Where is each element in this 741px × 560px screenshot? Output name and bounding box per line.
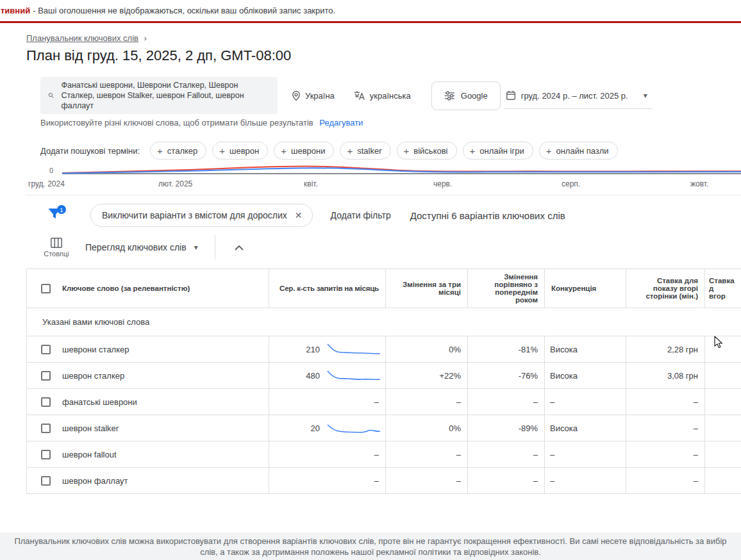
filter-bar: 1 Виключити варіанти з вмістом для дорос…	[26, 204, 741, 227]
top-bid-low-value: –	[626, 389, 704, 415]
column-header-three-month-change[interactable]: Змінення за три місяці	[385, 269, 467, 308]
three-month-change-value: 0%	[385, 415, 467, 441]
row-checkbox[interactable]	[41, 476, 51, 486]
date-range-picker[interactable]: груд. 2024 р. – лист. 2025 р. ▾	[504, 82, 653, 109]
chart-y-tick: 0	[49, 167, 53, 174]
calendar-icon	[506, 90, 516, 101]
yoy-change-value: -81%	[467, 336, 544, 362]
column-header-keyword[interactable]: Ключове слово (за релевантністю)	[27, 269, 269, 308]
columns-label: Стовпці	[44, 250, 69, 258]
three-month-change-value: 0%	[385, 336, 467, 362]
table-row: шеврони сталкер 210 0% -81% Висока 2,28 …	[27, 336, 741, 363]
translate-icon	[354, 90, 365, 101]
breadcrumb-link-keyword-planner[interactable]: Планувальник ключових слів	[26, 33, 138, 43]
row-checkbox[interactable]	[41, 371, 51, 381]
yoy-change-value: -89%	[467, 415, 544, 441]
trend-sparkline	[326, 420, 381, 436]
close-icon[interactable]: ✕	[295, 210, 303, 220]
keywords-input[interactable]: Фанатські шеврони, Шеврони Сталкер, Шевр…	[40, 77, 278, 114]
keywords-hint-row: Використовуйте різні ключові слова, щоб …	[40, 118, 741, 128]
banner-divider	[0, 21, 741, 23]
filter-count-badge: 1	[57, 205, 66, 214]
avg-searches-value: 20	[311, 424, 320, 433]
language-label: українська	[370, 91, 411, 101]
view-selector-label: Перегляд ключових слів	[85, 242, 187, 252]
keyword-text: шеврон фаллаут	[62, 476, 128, 486]
trend-chart-lines	[62, 153, 741, 176]
location-label: Україна	[305, 91, 335, 101]
keyword-text: шеврон stalker	[62, 424, 119, 433]
chart-x-label: груд. 2024	[28, 179, 65, 188]
view-selector-dropdown[interactable]: Перегляд ключових слів ▾	[85, 242, 198, 252]
select-all-checkbox[interactable]	[41, 284, 51, 293]
row-checkbox[interactable]	[41, 397, 51, 407]
row-checkbox[interactable]	[41, 345, 51, 354]
column-header-top-bid-low[interactable]: Ставка для показу вгорі сторінки (мін.)	[626, 269, 704, 308]
top-bid-low-value: 2,28 грн	[626, 336, 704, 362]
competition-value: Висока	[544, 415, 626, 441]
breadcrumb-separator: ›	[144, 33, 147, 43]
chart-x-axis: груд. 2024 лют. 2025 квіт. черв. серп. ж…	[26, 179, 741, 189]
table-row: фанатські шеврони – – – – –	[27, 389, 741, 415]
network-setting[interactable]: Google	[431, 81, 501, 110]
network-label: Google	[461, 91, 488, 101]
language-setting[interactable]: українська	[354, 90, 411, 101]
keyword-text: шеврони сталкер	[62, 345, 129, 354]
top-bid-high-value	[704, 441, 741, 467]
location-pin-icon	[292, 90, 301, 101]
column-header-top-bid-high[interactable]: Ставка д вгор	[704, 269, 741, 308]
location-setting[interactable]: Україна	[292, 90, 335, 101]
table-header-row: Ключове слово (за релевантністю) Сер. к-…	[27, 269, 741, 308]
page-title: План від груд. 15, 2025, 2 дп, GMT-08:00	[26, 47, 741, 64]
date-range-label: груд. 2024 р. – лист. 2025 р.	[521, 91, 628, 101]
table-row: шеврон фаллаут – – – – –	[27, 468, 741, 494]
columns-icon	[51, 238, 62, 248]
trend-sparkline	[326, 368, 381, 383]
column-header-yoy-change[interactable]: Змінення порівняно з попереднім роком	[467, 269, 544, 308]
top-bid-low-value: –	[626, 415, 704, 441]
keyword-text: шеврон fallout	[62, 450, 117, 459]
keyword-text: фанатські шеврони	[62, 397, 137, 407]
plan-settings-bar: Фанатські шеврони, Шеврони Сталкер, Шевр…	[26, 77, 741, 114]
competition-value: –	[544, 389, 626, 415]
top-bid-high-value	[704, 389, 741, 415]
keywords-hint: Використовуйте різні ключові слова, щоб …	[40, 118, 313, 128]
edit-keywords-link[interactable]: Редагувати	[319, 118, 363, 128]
column-header-avg-searches[interactable]: Сер. к-сть запитів на місяць	[269, 269, 385, 308]
competition-value: –	[544, 468, 626, 493]
three-month-change-value: –	[385, 468, 467, 493]
account-status-fragment: тивний	[1, 6, 30, 15]
chart-x-label: лют. 2025	[158, 179, 192, 188]
active-filter-chip[interactable]: Виключити варіанти з вмістом для доросли…	[90, 204, 313, 227]
disclaimer-line-2: слів, а також за дотримання положень наш…	[0, 547, 741, 557]
competition-value: Висока	[544, 336, 626, 362]
breadcrumb: Планувальник ключових слів ›	[26, 33, 741, 43]
avg-searches-value: –	[269, 389, 385, 415]
yoy-change-value: –	[467, 441, 544, 467]
top-bid-high-value	[704, 415, 741, 441]
column-header-competition[interactable]: Конкуренція	[544, 269, 626, 308]
chart-x-label: жовт.	[690, 179, 708, 188]
columns-button[interactable]: Стовпці	[39, 238, 74, 258]
collapse-chart-button[interactable]	[232, 242, 246, 253]
row-checkbox[interactable]	[41, 424, 51, 433]
top-bid-high-value	[704, 363, 741, 388]
avg-searches-value: 480	[306, 371, 320, 381]
top-bid-high-value	[704, 336, 741, 362]
disclaimer-footer: Планувальник ключових слів можна викорис…	[0, 532, 741, 560]
row-checkbox[interactable]	[41, 450, 51, 459]
add-filter-button[interactable]: Додати фільтр	[331, 210, 391, 220]
top-bid-low-value: –	[626, 468, 704, 493]
vertical-divider	[215, 235, 215, 259]
active-filter-label: Виключити варіанти з вмістом для доросли…	[102, 210, 287, 220]
filter-funnel-button[interactable]: 1	[48, 208, 63, 222]
top-bid-low-value: –	[626, 441, 704, 467]
avg-searches-value: 210	[306, 345, 320, 354]
three-month-change-value: –	[385, 389, 467, 415]
trend-sparkline	[326, 342, 381, 357]
avg-searches-value: –	[269, 468, 385, 493]
section-divider	[26, 195, 741, 195]
chart-x-label: квіт.	[304, 179, 318, 188]
yoy-change-value: –	[467, 468, 544, 493]
avg-searches-value: –	[269, 441, 385, 467]
